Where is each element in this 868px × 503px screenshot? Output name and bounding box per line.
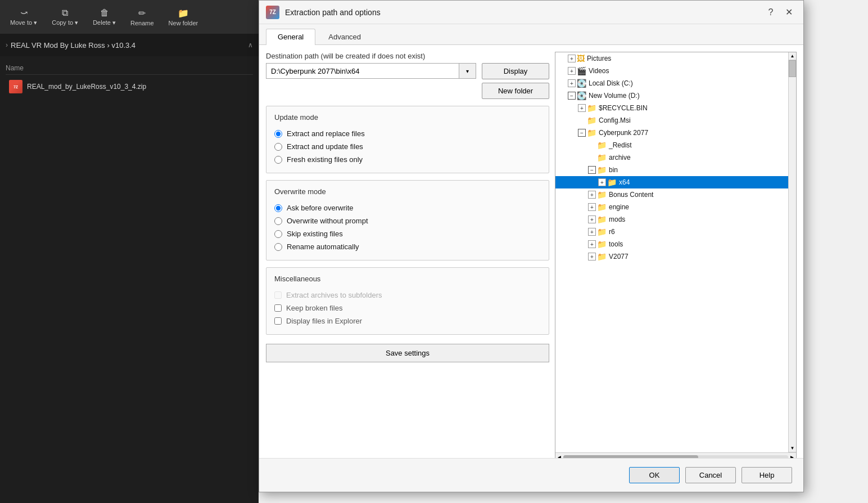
- destination-path-input[interactable]: [266, 63, 459, 79]
- tree-item-pictures[interactable]: + 🖼 Pictures: [555, 52, 788, 65]
- help-footer-button[interactable]: Help: [742, 467, 792, 483]
- misc-explorer-option: Display files in Explorer: [274, 315, 541, 327]
- tree-label-new-volume: New Volume (D:): [589, 92, 640, 100]
- tree-item-redist[interactable]: 📁 _Redist: [555, 139, 788, 151]
- tree-item-archive[interactable]: 📁 archive: [555, 151, 788, 164]
- file-list: Name 7Z REAL_mod_by_LukeRoss_v10_3_4.zip: [0, 56, 259, 503]
- tree-toggle-recycle[interactable]: +: [578, 104, 586, 112]
- tree-toggle-pictures[interactable]: +: [568, 55, 576, 62]
- misc-broken-checkbox[interactable]: [274, 304, 282, 312]
- hdd-icon-d: 💽: [577, 91, 586, 100]
- breadcrumb: › REAL VR Mod By Luke Ross › v10.3.4 ∧: [0, 34, 259, 56]
- scroll-up-button[interactable]: ▲: [789, 52, 797, 60]
- tree-item-x64[interactable]: + 📁 x64: [555, 176, 788, 188]
- save-settings-button[interactable]: Save settings: [266, 344, 549, 362]
- tree-toggle-bonus-content[interactable]: +: [588, 191, 596, 199]
- tree-toggle-r6[interactable]: +: [588, 228, 596, 236]
- tree-label-bin: bin: [609, 166, 618, 174]
- dialog-overlay: 7Z Extraction path and options ? ✕ Gener…: [259, 0, 868, 503]
- ok-button[interactable]: OK: [629, 467, 680, 483]
- copy-to-button[interactable]: ⧉ Copy to ▾: [47, 6, 83, 29]
- update-update-option: Extract and update files: [274, 140, 541, 153]
- help-button[interactable]: ?: [763, 5, 779, 20]
- scroll-thumb[interactable]: [789, 60, 796, 77]
- tree-label-r6: r6: [609, 228, 615, 236]
- column-header: Name: [6, 62, 253, 75]
- folder-icon-engine: 📁: [597, 203, 607, 212]
- overwrite-ask-radio[interactable]: [274, 204, 282, 212]
- overwrite-noprompt-option: Overwrite without prompt: [274, 214, 541, 227]
- display-button[interactable]: Display: [482, 63, 549, 79]
- misc-explorer-checkbox[interactable]: [274, 317, 282, 325]
- overwrite-noprompt-radio[interactable]: [274, 217, 282, 225]
- tree-item-bonus-content[interactable]: + 📁 Bonus Content: [555, 188, 788, 201]
- hdd-icon-c: 💽: [577, 79, 586, 88]
- tree-item-cyberpunk[interactable]: − 📁 Cyberpunk 2077: [555, 127, 788, 139]
- tree-item-mods[interactable]: + 📁 mods: [555, 213, 788, 226]
- file-tree: + 🖼 Pictures + 🎬 Videos: [555, 52, 797, 462]
- destination-row: ▾ Display New folder: [266, 63, 549, 99]
- tree-item-recycle[interactable]: + 📁 $RECYCLE.BIN: [555, 102, 788, 114]
- tree-item-new-volume[interactable]: − 💽 New Volume (D:): [555, 89, 788, 102]
- tree-label-tools: tools: [609, 240, 623, 248]
- move-to-button[interactable]: ⤻ Move to ▾: [6, 5, 42, 29]
- new-folder-side-button[interactable]: New folder: [482, 83, 549, 99]
- path-dropdown-button[interactable]: ▾: [459, 63, 476, 79]
- close-button[interactable]: ✕: [781, 5, 797, 20]
- tree-item-videos[interactable]: + 🎬 Videos: [555, 65, 788, 77]
- tree-item-bin[interactable]: − 📁 bin: [555, 164, 788, 176]
- tree-toggle-tools[interactable]: +: [588, 240, 596, 248]
- tree-item-local-disk[interactable]: + 💽 Local Disk (C:): [555, 77, 788, 89]
- overwrite-skip-radio[interactable]: [274, 230, 282, 238]
- misc-explorer-label: Display files in Explorer: [286, 317, 362, 325]
- rename-icon: ✏: [138, 8, 146, 19]
- tree-item-tools[interactable]: + 📁 tools: [555, 238, 788, 250]
- tree-toggle-v2077[interactable]: +: [588, 253, 596, 261]
- overwrite-rename-radio[interactable]: [274, 243, 282, 251]
- scroll-down-button[interactable]: ▼: [789, 444, 797, 452]
- tab-advanced[interactable]: Advanced: [317, 29, 373, 44]
- overwrite-mode-label: Overwrite mode: [274, 187, 541, 196]
- folder-icon-v2077: 📁: [597, 252, 607, 261]
- tree-item-engine[interactable]: + 📁 engine: [555, 201, 788, 213]
- folder-icon-bin: 📁: [597, 165, 607, 174]
- delete-button[interactable]: 🗑 Delete ▾: [88, 6, 120, 29]
- tree-vertical-scrollbar[interactable]: ▲ ▼: [788, 52, 796, 452]
- file-item[interactable]: 7Z REAL_mod_by_LukeRoss_v10_3_4.zip: [6, 78, 253, 96]
- app-icon: 7Z: [266, 6, 279, 19]
- copy-icon: ⧉: [62, 8, 68, 18]
- tree-item-r6[interactable]: + 📁 r6: [555, 226, 788, 238]
- tree-toggle-new-volume[interactable]: −: [568, 92, 576, 100]
- tree-toggle-videos[interactable]: +: [568, 67, 576, 75]
- update-update-radio[interactable]: [274, 143, 282, 151]
- tree-toggle-x64[interactable]: +: [598, 178, 606, 186]
- tree-toggle-engine[interactable]: +: [588, 203, 596, 211]
- scroll-track[interactable]: [789, 60, 796, 444]
- tree-scroll-area[interactable]: + 🖼 Pictures + 🎬 Videos: [555, 52, 788, 452]
- tree-toggle-cyberpunk[interactable]: −: [578, 129, 586, 137]
- tree-toggle-archive-spacer: [588, 154, 596, 161]
- rename-button[interactable]: ✏ Rename: [126, 6, 159, 29]
- tree-toggle-local-disk[interactable]: +: [568, 79, 576, 87]
- new-folder-button[interactable]: 📁 New folder: [164, 6, 203, 29]
- dialog-footer: OK Cancel Help: [259, 458, 803, 492]
- folder-icon-mods: 📁: [597, 215, 607, 224]
- tree-toggle-bin[interactable]: −: [588, 166, 596, 174]
- update-replace-radio[interactable]: [274, 130, 282, 138]
- dialog-title: Extraction path and options: [285, 8, 757, 17]
- tree-item-config-msi[interactable]: 📁 Config.Msi: [555, 114, 788, 127]
- tree-toggle-mods[interactable]: +: [588, 215, 596, 223]
- update-mode-section: Update mode Extract and replace files Ex…: [266, 106, 549, 173]
- cancel-button[interactable]: Cancel: [685, 467, 736, 483]
- tree-item-v2077[interactable]: + 📁 V2077: [555, 250, 788, 263]
- misc-label: Miscellaneous: [274, 275, 541, 283]
- misc-subfolders-checkbox[interactable]: [274, 291, 282, 299]
- misc-subfolders-label: Extract archives to subfolders: [286, 291, 382, 299]
- tree-toggle-redist-spacer: [588, 141, 596, 149]
- tab-general[interactable]: General: [266, 29, 315, 45]
- side-buttons: Display New folder: [482, 63, 549, 99]
- delete-icon: 🗑: [100, 8, 109, 18]
- update-fresh-radio[interactable]: [274, 156, 282, 164]
- misc-subfolders-option: Extract archives to subfolders: [274, 289, 541, 302]
- update-fresh-option: Fresh existing files only: [274, 153, 541, 166]
